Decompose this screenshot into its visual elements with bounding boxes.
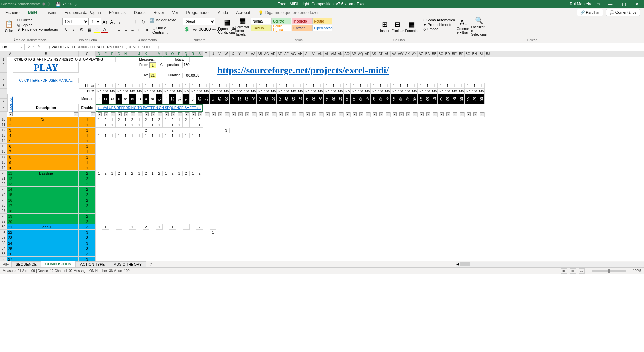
cell[interactable]: 2 <box>156 171 163 176</box>
cell[interactable]: ▾ <box>324 112 330 117</box>
row-header-20[interactable]: 20 <box>0 171 7 176</box>
cell[interactable]: 6 <box>7 144 13 149</box>
cell[interactable]: 1 <box>79 155 96 160</box>
cell[interactable]: 1 <box>163 117 169 122</box>
user-manual-link[interactable]: CLICK HERE FOR USER MANUAL <box>13 78 79 83</box>
cell[interactable]: ▾ <box>478 112 485 117</box>
filter-dropdown-icon[interactable]: ▾ <box>426 112 430 116</box>
cell[interactable]: 16 <box>7 197 13 203</box>
cell[interactable]: ▾ <box>196 112 203 117</box>
cell[interactable]: 1 <box>344 83 351 89</box>
cell[interactable]: 57 <box>471 94 478 104</box>
cell[interactable]: 43 <box>377 94 384 104</box>
cell[interactable]: 2 <box>102 171 109 176</box>
row-header-19[interactable]: 19 <box>0 165 7 171</box>
cell[interactable]: Compositions: <box>163 62 183 68</box>
cell[interactable]: 9 <box>7 160 13 165</box>
autosum-button[interactable]: Σ Soma Automática <box>423 18 455 22</box>
cell[interactable]: 1 <box>96 117 102 122</box>
cell[interactable]: 10 <box>156 94 163 104</box>
cell[interactable] <box>13 197 79 203</box>
cell[interactable]: ▾ <box>190 112 196 117</box>
cell[interactable]: 140 <box>243 89 250 94</box>
filter-dropdown-icon[interactable]: ▾ <box>232 112 236 116</box>
filter-dropdown-icon[interactable]: ▾ <box>346 112 350 116</box>
cell[interactable]: 140 <box>364 89 371 94</box>
cell[interactable]: 3 <box>79 251 96 257</box>
cell[interactable]: Measure <box>79 94 96 104</box>
format-cells-button[interactable]: ▦Formatar <box>405 18 419 34</box>
cell[interactable]: 8 <box>7 155 13 160</box>
cell[interactable]: 1 <box>79 149 96 155</box>
select-all-corner[interactable] <box>0 51 7 57</box>
cell[interactable] <box>13 133 79 138</box>
cell[interactable]: 2 <box>79 192 96 197</box>
cell[interactable]: 1 <box>163 122 169 128</box>
filter-dropdown-icon[interactable]: ▾ <box>285 112 289 116</box>
cell[interactable]: 00:00:36 <box>183 73 203 78</box>
cell[interactable]: 140 <box>129 89 136 94</box>
cell[interactable]: 1 <box>149 83 156 89</box>
style-correto[interactable]: Correto <box>271 18 291 24</box>
cell[interactable] <box>13 138 79 144</box>
filter-dropdown-icon[interactable]: ▾ <box>353 112 357 116</box>
font-size-select[interactable]: 11 <box>89 18 101 25</box>
filter-dropdown-icon[interactable]: ▾ <box>406 112 410 116</box>
sheet-tab-music-theory[interactable]: MUSIC THEORY <box>109 261 146 267</box>
cell[interactable]: 140 <box>223 89 230 94</box>
cell[interactable]: 1 <box>438 83 444 89</box>
col-header-AU[interactable]: AU <box>384 51 391 57</box>
col-header-J[interactable]: J <box>136 51 143 57</box>
style-linked[interactable]: Célula Ligada <box>271 25 291 31</box>
cell[interactable]: 140 <box>310 89 317 94</box>
col-header-K[interactable]: K <box>143 51 149 57</box>
cell[interactable]: ▾ <box>411 112 418 117</box>
col-header-BI[interactable]: BI <box>478 51 485 57</box>
row-header-11[interactable]: 11 <box>0 122 7 128</box>
cell[interactable]: 3 <box>223 128 230 133</box>
comments-button[interactable]: 💬 Comentários <box>606 9 640 16</box>
cell[interactable]: 1 <box>183 83 190 89</box>
filter-dropdown-icon[interactable]: ▾ <box>165 112 169 116</box>
cell[interactable]: ▾ <box>384 112 391 117</box>
col-header-AQ[interactable]: AQ <box>357 51 364 57</box>
cell[interactable]: 38 <box>344 94 351 104</box>
cell[interactable]: 3 <box>79 240 96 246</box>
cell[interactable]: 12 <box>7 176 13 181</box>
cell[interactable]: 18 <box>7 208 13 214</box>
zoom-level[interactable]: 100% <box>633 269 641 273</box>
cell[interactable]: Duration: <box>163 73 183 78</box>
cell[interactable]: 140 <box>330 89 337 94</box>
cell[interactable]: 1 <box>169 133 176 138</box>
row-header-8[interactable]: 8 <box>0 104 7 112</box>
row-header-21[interactable]: 21 <box>0 176 7 181</box>
cell[interactable]: 2 <box>79 214 96 219</box>
cell[interactable]: 1 <box>156 122 163 128</box>
cell[interactable]: 1 <box>397 83 404 89</box>
row-header-31[interactable]: 31 <box>0 230 7 235</box>
cell[interactable]: 140 <box>418 89 424 94</box>
align-right-icon[interactable]: ≡ <box>129 26 136 33</box>
cell[interactable]: 140 <box>263 89 270 94</box>
cell[interactable]: ▾ <box>357 112 364 117</box>
spreadsheet-grid[interactable]: CTRL-Q TO START PLAYING AND ESC TO STOP … <box>7 57 644 261</box>
cell[interactable]: 21 <box>230 94 236 104</box>
filter-dropdown-icon[interactable]: ▾ <box>473 112 477 116</box>
filter-dropdown-icon[interactable]: ▾ <box>420 112 424 116</box>
cell[interactable]: 140 <box>270 89 277 94</box>
col-header-V[interactable]: V <box>216 51 223 57</box>
cell[interactable]: 140 <box>317 89 324 94</box>
italic-icon[interactable]: I <box>70 26 77 33</box>
cell[interactable]: 140 <box>250 89 257 94</box>
cell[interactable]: ▾ <box>371 112 377 117</box>
cell[interactable]: ▾ <box>13 112 79 117</box>
col-header-S[interactable]: S <box>196 51 203 57</box>
cell[interactable]: 2 <box>116 171 122 176</box>
cell[interactable]: 35 <box>324 94 330 104</box>
cell[interactable]: 1 <box>169 83 176 89</box>
cell[interactable]: 1 <box>190 122 196 128</box>
cell[interactable]: Description <box>13 104 79 112</box>
align-bottom-icon[interactable]: ⫴ <box>131 18 139 26</box>
filter-dropdown-icon[interactable]: ▾ <box>413 112 417 116</box>
cell[interactable]: 2 <box>79 203 96 208</box>
